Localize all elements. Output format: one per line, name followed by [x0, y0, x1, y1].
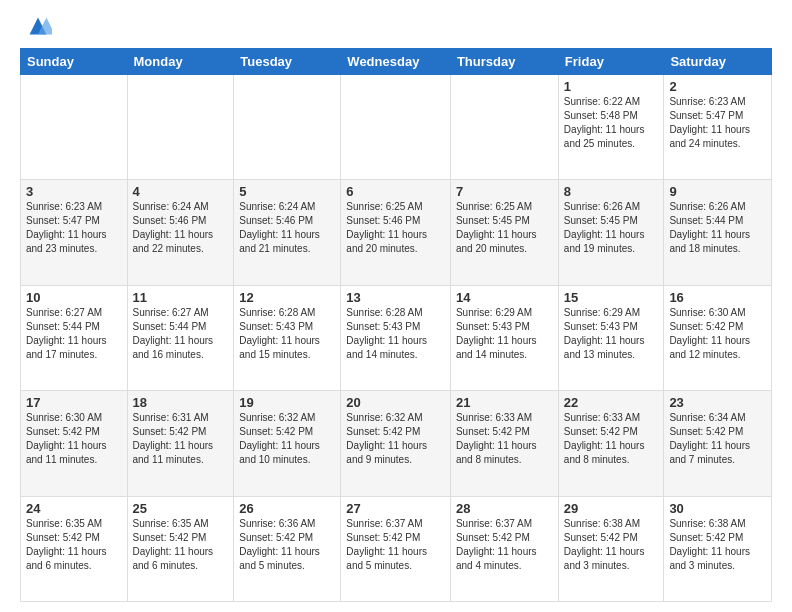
day-info: Sunrise: 6:24 AM Sunset: 5:46 PM Dayligh… [239, 200, 335, 256]
day-info: Sunrise: 6:37 AM Sunset: 5:42 PM Dayligh… [456, 517, 553, 573]
day-info: Sunrise: 6:35 AM Sunset: 5:42 PM Dayligh… [133, 517, 229, 573]
day-number: 24 [26, 501, 122, 516]
day-info: Sunrise: 6:30 AM Sunset: 5:42 PM Dayligh… [669, 306, 766, 362]
calendar-week-4: 24Sunrise: 6:35 AM Sunset: 5:42 PM Dayli… [21, 496, 772, 601]
calendar-cell [341, 75, 451, 180]
calendar-header-sunday: Sunday [21, 49, 128, 75]
day-number: 6 [346, 184, 445, 199]
day-info: Sunrise: 6:37 AM Sunset: 5:42 PM Dayligh… [346, 517, 445, 573]
calendar-week-0: 1Sunrise: 6:22 AM Sunset: 5:48 PM Daylig… [21, 75, 772, 180]
calendar-cell: 24Sunrise: 6:35 AM Sunset: 5:42 PM Dayli… [21, 496, 128, 601]
calendar-header-saturday: Saturday [664, 49, 772, 75]
calendar-cell: 26Sunrise: 6:36 AM Sunset: 5:42 PM Dayli… [234, 496, 341, 601]
day-info: Sunrise: 6:27 AM Sunset: 5:44 PM Dayligh… [26, 306, 122, 362]
day-info: Sunrise: 6:32 AM Sunset: 5:42 PM Dayligh… [346, 411, 445, 467]
day-info: Sunrise: 6:38 AM Sunset: 5:42 PM Dayligh… [564, 517, 659, 573]
calendar-cell: 11Sunrise: 6:27 AM Sunset: 5:44 PM Dayli… [127, 285, 234, 390]
calendar-cell: 27Sunrise: 6:37 AM Sunset: 5:42 PM Dayli… [341, 496, 451, 601]
day-number: 12 [239, 290, 335, 305]
calendar-cell: 7Sunrise: 6:25 AM Sunset: 5:45 PM Daylig… [450, 180, 558, 285]
calendar-cell: 30Sunrise: 6:38 AM Sunset: 5:42 PM Dayli… [664, 496, 772, 601]
day-number: 13 [346, 290, 445, 305]
calendar-header-monday: Monday [127, 49, 234, 75]
calendar-week-3: 17Sunrise: 6:30 AM Sunset: 5:42 PM Dayli… [21, 391, 772, 496]
calendar-cell: 22Sunrise: 6:33 AM Sunset: 5:42 PM Dayli… [558, 391, 664, 496]
day-number: 14 [456, 290, 553, 305]
calendar-cell: 20Sunrise: 6:32 AM Sunset: 5:42 PM Dayli… [341, 391, 451, 496]
calendar-cell: 8Sunrise: 6:26 AM Sunset: 5:45 PM Daylig… [558, 180, 664, 285]
day-number: 25 [133, 501, 229, 516]
day-number: 19 [239, 395, 335, 410]
day-info: Sunrise: 6:31 AM Sunset: 5:42 PM Dayligh… [133, 411, 229, 467]
calendar-cell: 25Sunrise: 6:35 AM Sunset: 5:42 PM Dayli… [127, 496, 234, 601]
calendar-cell: 18Sunrise: 6:31 AM Sunset: 5:42 PM Dayli… [127, 391, 234, 496]
logo-icon [24, 12, 52, 40]
calendar-cell: 9Sunrise: 6:26 AM Sunset: 5:44 PM Daylig… [664, 180, 772, 285]
day-info: Sunrise: 6:32 AM Sunset: 5:42 PM Dayligh… [239, 411, 335, 467]
calendar-week-1: 3Sunrise: 6:23 AM Sunset: 5:47 PM Daylig… [21, 180, 772, 285]
day-number: 26 [239, 501, 335, 516]
day-info: Sunrise: 6:25 AM Sunset: 5:46 PM Dayligh… [346, 200, 445, 256]
calendar-cell: 3Sunrise: 6:23 AM Sunset: 5:47 PM Daylig… [21, 180, 128, 285]
calendar-cell [234, 75, 341, 180]
day-number: 3 [26, 184, 122, 199]
calendar-cell: 21Sunrise: 6:33 AM Sunset: 5:42 PM Dayli… [450, 391, 558, 496]
day-info: Sunrise: 6:29 AM Sunset: 5:43 PM Dayligh… [456, 306, 553, 362]
calendar-cell [21, 75, 128, 180]
day-number: 21 [456, 395, 553, 410]
calendar-cell: 23Sunrise: 6:34 AM Sunset: 5:42 PM Dayli… [664, 391, 772, 496]
calendar-cell: 17Sunrise: 6:30 AM Sunset: 5:42 PM Dayli… [21, 391, 128, 496]
day-number: 28 [456, 501, 553, 516]
day-info: Sunrise: 6:22 AM Sunset: 5:48 PM Dayligh… [564, 95, 659, 151]
calendar-header-tuesday: Tuesday [234, 49, 341, 75]
day-number: 15 [564, 290, 659, 305]
day-info: Sunrise: 6:34 AM Sunset: 5:42 PM Dayligh… [669, 411, 766, 467]
day-number: 10 [26, 290, 122, 305]
calendar-cell: 4Sunrise: 6:24 AM Sunset: 5:46 PM Daylig… [127, 180, 234, 285]
day-number: 11 [133, 290, 229, 305]
day-number: 22 [564, 395, 659, 410]
day-number: 2 [669, 79, 766, 94]
day-number: 16 [669, 290, 766, 305]
day-info: Sunrise: 6:33 AM Sunset: 5:42 PM Dayligh… [456, 411, 553, 467]
day-number: 7 [456, 184, 553, 199]
day-number: 9 [669, 184, 766, 199]
day-info: Sunrise: 6:27 AM Sunset: 5:44 PM Dayligh… [133, 306, 229, 362]
day-number: 1 [564, 79, 659, 94]
day-number: 5 [239, 184, 335, 199]
page-header [20, 16, 772, 40]
day-number: 4 [133, 184, 229, 199]
day-number: 8 [564, 184, 659, 199]
day-number: 18 [133, 395, 229, 410]
calendar-cell: 12Sunrise: 6:28 AM Sunset: 5:43 PM Dayli… [234, 285, 341, 390]
calendar-cell: 2Sunrise: 6:23 AM Sunset: 5:47 PM Daylig… [664, 75, 772, 180]
day-info: Sunrise: 6:33 AM Sunset: 5:42 PM Dayligh… [564, 411, 659, 467]
day-info: Sunrise: 6:29 AM Sunset: 5:43 PM Dayligh… [564, 306, 659, 362]
calendar-cell: 15Sunrise: 6:29 AM Sunset: 5:43 PM Dayli… [558, 285, 664, 390]
day-info: Sunrise: 6:35 AM Sunset: 5:42 PM Dayligh… [26, 517, 122, 573]
calendar-cell: 19Sunrise: 6:32 AM Sunset: 5:42 PM Dayli… [234, 391, 341, 496]
calendar-cell: 29Sunrise: 6:38 AM Sunset: 5:42 PM Dayli… [558, 496, 664, 601]
calendar-header-friday: Friday [558, 49, 664, 75]
day-info: Sunrise: 6:28 AM Sunset: 5:43 PM Dayligh… [346, 306, 445, 362]
calendar-header-wednesday: Wednesday [341, 49, 451, 75]
day-info: Sunrise: 6:30 AM Sunset: 5:42 PM Dayligh… [26, 411, 122, 467]
day-info: Sunrise: 6:36 AM Sunset: 5:42 PM Dayligh… [239, 517, 335, 573]
day-info: Sunrise: 6:38 AM Sunset: 5:42 PM Dayligh… [669, 517, 766, 573]
calendar-header-row: SundayMondayTuesdayWednesdayThursdayFrid… [21, 49, 772, 75]
day-number: 29 [564, 501, 659, 516]
day-number: 30 [669, 501, 766, 516]
day-number: 23 [669, 395, 766, 410]
calendar-cell: 10Sunrise: 6:27 AM Sunset: 5:44 PM Dayli… [21, 285, 128, 390]
logo [20, 16, 52, 40]
day-info: Sunrise: 6:23 AM Sunset: 5:47 PM Dayligh… [669, 95, 766, 151]
day-info: Sunrise: 6:26 AM Sunset: 5:45 PM Dayligh… [564, 200, 659, 256]
day-number: 27 [346, 501, 445, 516]
calendar-cell: 16Sunrise: 6:30 AM Sunset: 5:42 PM Dayli… [664, 285, 772, 390]
day-number: 17 [26, 395, 122, 410]
calendar-cell: 5Sunrise: 6:24 AM Sunset: 5:46 PM Daylig… [234, 180, 341, 285]
calendar-week-2: 10Sunrise: 6:27 AM Sunset: 5:44 PM Dayli… [21, 285, 772, 390]
calendar-cell [127, 75, 234, 180]
calendar-cell [450, 75, 558, 180]
calendar-cell: 1Sunrise: 6:22 AM Sunset: 5:48 PM Daylig… [558, 75, 664, 180]
